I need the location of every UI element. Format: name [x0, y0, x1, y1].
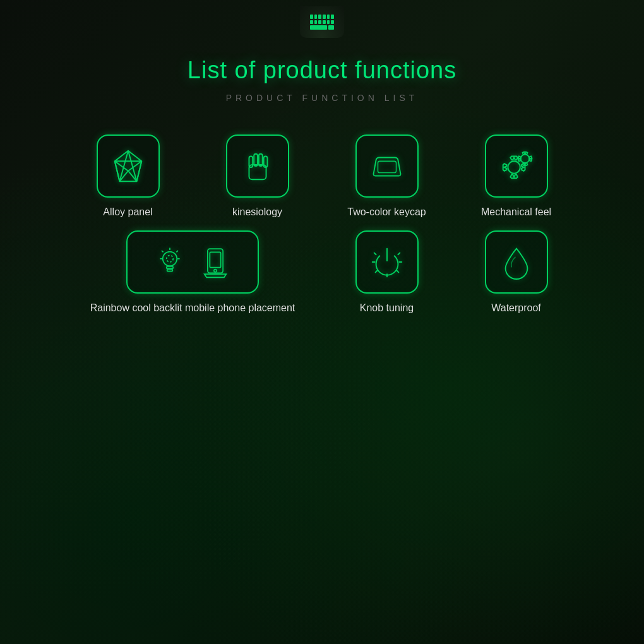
bulb-icon: [153, 246, 186, 278]
svg-line-35: [397, 271, 398, 273]
kinesiology-icon-box: [226, 134, 289, 198]
features-bottom-grid: Rainbow cool backlit mobile phone placem…: [63, 230, 581, 314]
phone-icon: [199, 246, 232, 278]
svg-line-21: [176, 251, 178, 253]
power-icon: [369, 244, 405, 280]
waterproof-label: Waterproof: [491, 302, 541, 314]
feature-rainbow: Rainbow cool backlit mobile phone placem…: [63, 230, 322, 314]
features-top-grid: Alloy panel kinesiology: [63, 134, 581, 218]
page-container: List of product functions PRODUCT FUNCTI…: [0, 0, 644, 644]
svg-rect-18: [167, 266, 173, 268]
rainbow-label: Rainbow cool backlit mobile phone placem…: [90, 302, 295, 314]
alloy-panel-icon-box: [97, 134, 160, 198]
mechanical-label: Mechanical feel: [481, 206, 551, 218]
feature-keycap: Two-color keycap: [322, 134, 451, 218]
feature-kinesiology: kinesiology: [193, 134, 322, 218]
svg-point-17: [163, 252, 177, 266]
keycap-label: Two-color keycap: [347, 206, 426, 218]
svg-line-32: [374, 253, 376, 255]
rainbow-icon-box: [126, 230, 259, 294]
svg-rect-19: [167, 269, 173, 271]
gear-icon: [498, 148, 535, 184]
hand-icon: [239, 148, 276, 184]
svg-point-28: [214, 270, 217, 272]
alloy-panel-label: Alloy panel: [103, 206, 152, 218]
diamond-icon: [110, 148, 146, 184]
mechanical-icon-box: [485, 134, 548, 198]
feature-knob: Knob tuning: [322, 230, 451, 314]
svg-point-16: [520, 155, 529, 164]
feature-alloy-panel: Alloy panel: [63, 134, 193, 218]
drop-icon: [498, 244, 535, 280]
svg-line-22: [162, 251, 164, 253]
svg-line-33: [398, 253, 400, 255]
top-icon-tab: [300, 6, 344, 38]
feature-waterproof: Waterproof: [451, 230, 581, 314]
keyboard-icon: [308, 13, 336, 32]
waterproof-icon-box: [485, 230, 548, 294]
title-section: List of product functions PRODUCT FUNCTI…: [188, 57, 456, 128]
feature-mechanical: Mechanical feel: [451, 134, 581, 218]
page-subtitle: PRODUCT FUNCTION LIST: [188, 93, 456, 103]
svg-point-25: [167, 256, 173, 262]
keycap-icon: [369, 148, 405, 184]
keycap-icon-box: [355, 134, 419, 198]
kinesiology-label: kinesiology: [232, 206, 282, 218]
svg-rect-27: [210, 252, 220, 267]
svg-point-15: [508, 161, 520, 173]
page-main-title: List of product functions: [188, 57, 456, 84]
knob-label: Knob tuning: [360, 302, 414, 314]
svg-line-34: [375, 271, 377, 273]
knob-icon-box: [355, 230, 419, 294]
